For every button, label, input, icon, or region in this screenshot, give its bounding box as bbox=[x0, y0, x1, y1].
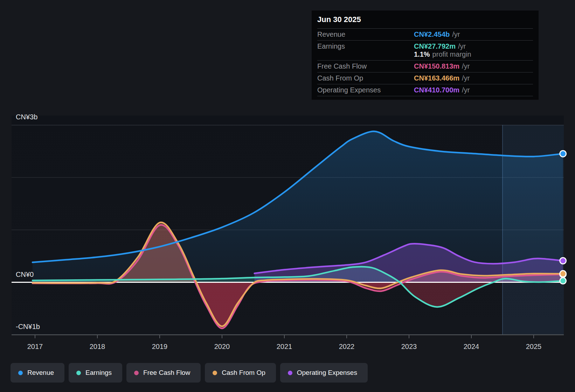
tooltip-row-value: CN¥163.466m bbox=[414, 74, 459, 82]
earnings-endpoint-marker bbox=[560, 278, 566, 284]
x-label-2023: 2023 bbox=[401, 343, 417, 350]
tooltip-row-operating-expenses: Operating Expenses CN¥410.700m /yr bbox=[317, 84, 533, 96]
tooltip-row-suffix: /yr bbox=[462, 62, 470, 70]
x-label-2024: 2024 bbox=[464, 343, 479, 350]
tooltip-row-label: Earnings bbox=[317, 42, 414, 50]
tooltip-row-value: CN¥150.813m bbox=[414, 62, 459, 70]
tooltip-row-suffix: /yr bbox=[462, 74, 470, 82]
legend-item-revenue[interactable]: Revenue bbox=[11, 363, 64, 383]
legend-item-label: Free Cash Flow bbox=[143, 369, 190, 377]
legend-item-label: Revenue bbox=[27, 369, 54, 377]
chart-legend: RevenueEarningsFree Cash FlowCash From O… bbox=[11, 363, 368, 383]
cash-from-op-endpoint-marker bbox=[560, 271, 566, 277]
chart-stage: 201720182019202020212022202320242025CN¥3… bbox=[0, 0, 575, 392]
x-label-2020: 2020 bbox=[214, 343, 230, 350]
tooltip-row-value: CN¥27.792m bbox=[414, 42, 456, 50]
profit-margin-value: 1.1% bbox=[414, 50, 430, 58]
tooltip-row-label: Cash From Op bbox=[317, 74, 414, 82]
x-label-2019: 2019 bbox=[152, 343, 168, 350]
legend-dot-icon bbox=[18, 371, 23, 375]
tooltip-row-free-cash-flow: Free Cash Flow CN¥150.813m /yr bbox=[317, 61, 533, 72]
tooltip-row-suffix: /yr bbox=[458, 42, 466, 50]
x-label-2022: 2022 bbox=[339, 343, 355, 350]
tooltip-rows: Revenue CN¥2.454b /yr Earnings CN¥27.792… bbox=[317, 29, 533, 96]
tooltip-row-suffix: /yr bbox=[462, 86, 470, 94]
tooltip-row-label: Free Cash Flow bbox=[317, 62, 414, 70]
legend-item-label: Cash From Op bbox=[222, 369, 265, 377]
x-label-2017: 2017 bbox=[27, 343, 43, 350]
tooltip-row-cash-from-op: Cash From Op CN¥163.466m /yr bbox=[317, 72, 533, 84]
tooltip-date: Jun 30 2025 bbox=[317, 10, 533, 29]
tooltip-row-label: Operating Expenses bbox=[317, 86, 414, 94]
legend-item-earnings[interactable]: Earnings bbox=[69, 363, 122, 383]
chart-tooltip: Jun 30 2025 Revenue CN¥2.454b /yr Earnin… bbox=[312, 10, 539, 100]
x-label-2018: 2018 bbox=[90, 343, 105, 350]
legend-dot-icon bbox=[288, 371, 292, 375]
tooltip-row-suffix: /yr bbox=[452, 30, 460, 38]
legend-item-label: Operating Expenses bbox=[297, 369, 357, 377]
legend-item-cash-from-op[interactable]: Cash From Op bbox=[205, 363, 276, 383]
legend-dot-icon bbox=[213, 371, 217, 375]
tooltip-row-value: CN¥410.700m bbox=[414, 86, 459, 94]
legend-item-operating-expenses[interactable]: Operating Expenses bbox=[280, 363, 368, 383]
legend-dot-icon bbox=[134, 371, 139, 375]
revenue-endpoint-marker bbox=[560, 150, 566, 157]
x-label-2025: 2025 bbox=[526, 343, 542, 350]
y-label-3b: CN¥3b bbox=[16, 113, 37, 121]
legend-item-label: Earnings bbox=[85, 369, 112, 377]
y-label--1b: -CN¥1b bbox=[16, 323, 40, 330]
tooltip-row-earnings: Earnings CN¥27.792m /yr 1.1% profit marg… bbox=[317, 41, 533, 61]
tooltip-row-revenue: Revenue CN¥2.454b /yr bbox=[317, 29, 533, 41]
x-label-2021: 2021 bbox=[277, 343, 292, 350]
legend-dot-icon bbox=[76, 371, 81, 375]
operating-expenses-endpoint-marker bbox=[560, 258, 566, 264]
profit-margin-label: profit margin bbox=[432, 50, 471, 58]
tooltip-row-label: Revenue bbox=[317, 30, 414, 38]
tooltip-row-value: CN¥2.454b bbox=[414, 30, 450, 38]
y-label-0b: CN¥0 bbox=[16, 271, 34, 278]
legend-item-free-cash-flow[interactable]: Free Cash Flow bbox=[126, 363, 201, 383]
